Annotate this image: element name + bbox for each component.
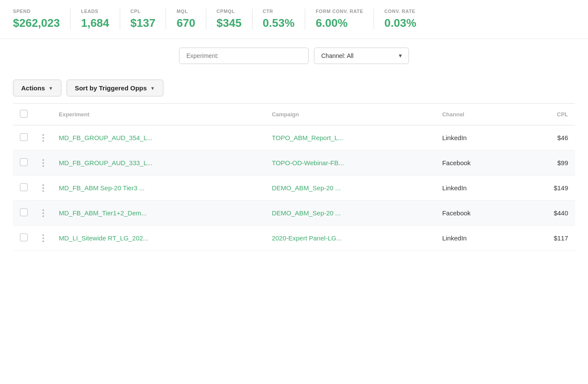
row-campaign-3[interactable]: DEMO_ABM_Sep-20 ... [265,176,435,201]
metric-label-spend: SPEND [13,9,60,14]
row-checkbox-cell [13,125,35,150]
sort-button[interactable]: Sort by Triggered Opps ▼ [67,80,163,96]
table-row: MD_FB_GROUP_AUD_333_L... TOPO-OD-Webinar… [13,150,575,176]
metric-label-mql: MQL [176,9,195,14]
header-channel: Channel [435,104,519,125]
row-campaign-1[interactable]: TOPO_ABM_Report_L... [265,125,435,150]
row-experiment-1[interactable]: MD_FB_GROUP_AUD_354_L... [52,125,265,150]
row-menu-cell-3[interactable] [35,176,52,201]
row-cpl-5: $117 [519,226,575,251]
metric-label-conv-rate: CONV. RATE [384,9,416,14]
table-header-row: Experiment Campaign Channel CPL [13,104,575,125]
metric-label-cpmql: cpMQL [217,9,242,14]
three-dots-icon-5[interactable] [42,234,45,242]
header-experiment: Experiment [52,104,265,125]
table-row: MD_FB_ABM Sep-20 Tier3 ... DEMO_ABM_Sep-… [13,176,575,201]
row-menu-cell-4[interactable] [35,201,52,226]
actions-label: Actions [21,84,45,92]
metric-conv-rate: CONV. RATE 0.03% [374,9,427,30]
row-cpl-1: $46 [519,125,575,150]
header-menu-col [35,104,52,125]
metric-label-leads: LEADS [81,9,109,14]
row-checkbox-cell [13,150,35,176]
row-menu-cell-2[interactable] [35,150,52,176]
metric-leads: LEADS 1,684 [70,9,120,30]
three-dots-icon-2[interactable] [42,159,45,167]
row-checkbox-3[interactable] [20,183,28,191]
metric-spend: SPEND $262,023 [13,9,70,30]
metric-value-cpl: $137 [131,16,156,30]
row-checkbox-cell [13,201,35,226]
metric-label-form-conv-rate: FORM CONV. RATE [316,9,363,14]
row-menu-cell-5[interactable] [35,226,52,251]
actions-row: Actions ▼ Sort by Triggered Opps ▼ [0,73,588,103]
sort-chevron-icon: ▼ [150,86,155,91]
row-checkbox-5[interactable] [20,234,28,241]
sort-label: Sort by Triggered Opps [75,84,147,92]
metric-label-ctr: CTR [263,9,295,14]
row-campaign-5[interactable]: 2020-Expert Panel-LG... [265,226,435,251]
metric-value-leads: 1,684 [81,16,109,30]
channel-filter-wrapper: Channel: AllChannel: AllLinkedInFacebook… [314,48,409,64]
three-dots-icon-4[interactable] [42,209,45,217]
row-cpl-3: $149 [519,176,575,201]
table-row: MD_FB_ABM_Tier1+2_Dem... DEMO_ABM_Sep-20… [13,201,575,226]
experiments-table: Experiment Campaign Channel CPL MD_FB_GR… [13,103,575,251]
header-cpl: CPL [519,104,575,125]
metric-form-conv-rate: FORM CONV. RATE 6.00% [305,9,374,30]
row-cpl-2: $99 [519,150,575,176]
metric-ctr: CTR 0.53% [252,9,306,30]
actions-button[interactable]: Actions ▼ [13,80,61,96]
row-checkbox-cell [13,176,35,201]
header-campaign: Campaign [265,104,435,125]
experiment-filter-input[interactable] [179,48,309,64]
metric-cpmql: cpMQL $345 [206,9,252,30]
metric-value-form-conv-rate: 6.00% [316,16,363,30]
three-dots-icon-1[interactable] [42,134,45,142]
table-container: Experiment Campaign Channel CPL MD_FB_GR… [0,103,588,251]
row-menu-cell-1[interactable] [35,125,52,150]
table-row: MD_FB_GROUP_AUD_354_L... TOPO_ABM_Report… [13,125,575,150]
row-checkbox-1[interactable] [20,133,28,141]
metric-cpl: CPL $137 [120,9,166,30]
row-checkbox-2[interactable] [20,158,28,166]
row-experiment-3[interactable]: MD_FB_ABM Sep-20 Tier3 ... [52,176,265,201]
row-checkbox-cell [13,226,35,251]
row-channel-2: Facebook [435,150,519,176]
metric-value-mql: 670 [176,16,195,30]
row-experiment-4[interactable]: MD_FB_ABM_Tier1+2_Dem... [52,201,265,226]
row-channel-5: LinkedIn [435,226,519,251]
row-campaign-4[interactable]: DEMO_ABM_Sep-20 ... [265,201,435,226]
row-channel-4: Facebook [435,201,519,226]
table-body: MD_FB_GROUP_AUD_354_L... TOPO_ABM_Report… [13,125,575,251]
row-channel-1: LinkedIn [435,125,519,150]
table-row: MD_LI_Sitewide RT_LG_202... 2020-Expert … [13,226,575,251]
metrics-bar: SPEND $262,023 LEADS 1,684 CPL $137 MQL … [0,0,588,39]
metric-mql: MQL 670 [166,9,206,30]
metric-value-cpmql: $345 [217,16,242,30]
metric-value-ctr: 0.53% [263,16,295,30]
row-experiment-2[interactable]: MD_FB_GROUP_AUD_333_L... [52,150,265,176]
row-experiment-5[interactable]: MD_LI_Sitewide RT_LG_202... [52,226,265,251]
metric-label-cpl: CPL [131,9,156,14]
row-campaign-2[interactable]: TOPO-OD-Webinar-FB... [265,150,435,176]
row-channel-3: LinkedIn [435,176,519,201]
select-all-checkbox[interactable] [20,110,28,118]
row-checkbox-4[interactable] [20,208,28,216]
filter-row: Channel: AllChannel: AllLinkedInFacebook… [0,39,588,73]
three-dots-icon-3[interactable] [42,184,45,192]
actions-chevron-icon: ▼ [48,86,53,91]
metric-value-spend: $262,023 [13,16,60,30]
row-cpl-4: $440 [519,201,575,226]
metric-value-conv-rate: 0.03% [384,16,416,30]
channel-filter-select[interactable]: Channel: AllChannel: AllLinkedInFacebook… [314,48,409,64]
header-checkbox-col [13,104,35,125]
